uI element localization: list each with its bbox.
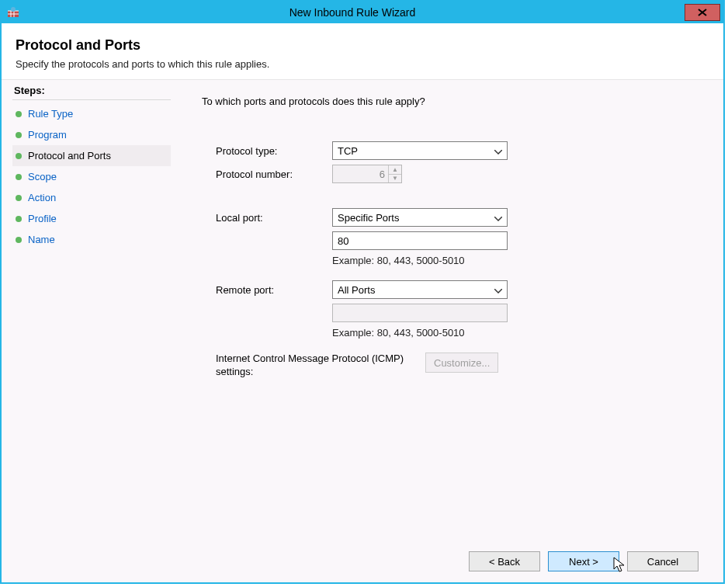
icmp-settings-label: Internet Control Message Protocol (ICMP)…	[216, 353, 425, 379]
step-profile[interactable]: Profile	[12, 208, 171, 229]
window-title: New Inbound Rule Wizard	[20, 6, 685, 19]
spin-buttons: ▲ ▼	[388, 165, 401, 182]
chevron-down-icon	[494, 145, 502, 157]
customize-button: Customize...	[425, 353, 498, 373]
step-bullet-icon	[16, 132, 22, 138]
back-button[interactable]: < Back	[469, 551, 540, 571]
wizard-body: Steps: Rule Type Program Protocol and Po…	[2, 80, 723, 582]
cancel-button[interactable]: Cancel	[627, 551, 699, 571]
chevron-down-icon	[494, 284, 502, 296]
step-action[interactable]: Action	[12, 187, 171, 208]
wizard-header: Protocol and Ports Specify the protocols…	[2, 23, 723, 80]
steps-label: Steps:	[12, 85, 171, 100]
step-name[interactable]: Name	[12, 229, 171, 250]
spin-up-icon: ▲	[389, 165, 401, 175]
form-area: Protocol type: TCP Protocol number: 6 ▲	[216, 141, 699, 379]
remote-port-select-value: All Ports	[338, 284, 375, 296]
remote-port-label: Remote port:	[216, 284, 332, 296]
step-program[interactable]: Program	[12, 124, 171, 145]
page-heading: Protocol and Ports	[16, 37, 709, 54]
titlebar: New Inbound Rule Wizard	[2, 2, 723, 23]
protocol-number-field: 6 ▲ ▼	[332, 165, 402, 183]
firewall-app-icon	[6, 5, 20, 19]
svg-point-0	[11, 7, 16, 12]
next-button[interactable]: Next >	[548, 551, 619, 571]
protocol-number-label: Protocol number:	[216, 168, 332, 180]
step-bullet-icon	[16, 174, 22, 180]
step-bullet-icon	[16, 153, 22, 159]
step-label: Program	[28, 129, 67, 141]
protocol-type-value: TCP	[338, 145, 358, 157]
close-button[interactable]	[685, 4, 720, 21]
wizard-content: To which ports and protocols does this r…	[171, 80, 723, 582]
step-bullet-icon	[16, 237, 22, 243]
step-protocol-and-ports: Protocol and Ports	[12, 145, 171, 166]
wizard-window: New Inbound Rule Wizard Protocol and Por…	[0, 0, 725, 584]
step-scope[interactable]: Scope	[12, 166, 171, 187]
local-port-label: Local port:	[216, 212, 332, 224]
protocol-type-select[interactable]: TCP	[332, 141, 508, 160]
step-bullet-icon	[16, 111, 22, 117]
page-subtitle: Specify the protocols and ports to which…	[16, 58, 709, 70]
step-label: Protocol and Ports	[28, 150, 111, 162]
step-bullet-icon	[16, 216, 22, 222]
remote-port-example: Example: 80, 443, 5000-5010	[332, 327, 508, 339]
local-port-input[interactable]	[332, 231, 508, 250]
local-port-example: Example: 80, 443, 5000-5010	[332, 255, 508, 266]
protocol-number-value: 6	[333, 168, 388, 180]
spin-down-icon: ▼	[389, 175, 401, 183]
step-label: Rule Type	[28, 108, 73, 120]
local-port-select-value: Specific Ports	[338, 212, 399, 224]
step-rule-type[interactable]: Rule Type	[12, 103, 171, 124]
wizard-footer: < Back Next > Cancel	[469, 551, 699, 571]
step-label: Profile	[28, 213, 57, 224]
step-bullet-icon	[16, 195, 22, 201]
steps-sidebar: Steps: Rule Type Program Protocol and Po…	[2, 80, 171, 582]
local-port-select[interactable]: Specific Ports	[332, 208, 508, 227]
step-label: Name	[28, 234, 55, 245]
protocol-type-label: Protocol type:	[216, 145, 332, 157]
step-label: Scope	[28, 171, 57, 182]
question-text: To which ports and protocols does this r…	[202, 96, 699, 107]
remote-port-input	[332, 304, 508, 322]
chevron-down-icon	[494, 212, 502, 224]
remote-port-select[interactable]: All Ports	[332, 280, 508, 299]
step-label: Action	[28, 192, 56, 203]
